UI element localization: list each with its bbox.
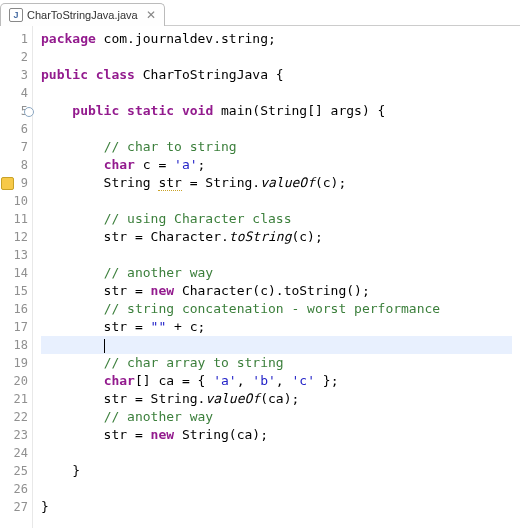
token-static: toString	[229, 229, 292, 244]
token-warnvar: str	[158, 175, 181, 191]
token-kw: public	[72, 103, 119, 118]
token-comment: // char to string	[104, 139, 237, 154]
token-plain	[174, 103, 182, 118]
token-plain: str = String.	[41, 391, 205, 406]
code-content[interactable]: package com.journaldev.string;public cla…	[33, 26, 520, 528]
code-line[interactable]: char c = 'a';	[41, 156, 512, 174]
line-number: 21	[2, 390, 28, 408]
code-line[interactable]	[41, 84, 512, 102]
token-plain	[41, 103, 72, 118]
text-caret	[104, 339, 105, 353]
line-number: 11	[2, 210, 28, 228]
token-plain: str = Character.	[41, 229, 229, 244]
line-number: 3	[2, 66, 28, 84]
token-plain	[41, 301, 104, 316]
token-kw: package	[41, 31, 96, 46]
token-plain: String(ca);	[174, 427, 268, 442]
token-plain: (ca);	[260, 391, 299, 406]
line-number: 2	[2, 48, 28, 66]
token-plain: CharToStringJava {	[135, 67, 284, 82]
line-number: 22	[2, 408, 28, 426]
code-line[interactable]	[41, 336, 512, 354]
token-kw: static	[127, 103, 174, 118]
line-number: 4	[2, 84, 28, 102]
code-line[interactable]: // using Character class	[41, 210, 512, 228]
token-plain: };	[315, 373, 338, 388]
line-number: 6	[2, 120, 28, 138]
token-static: valueOf	[260, 175, 315, 190]
token-plain: String	[41, 175, 158, 190]
token-string: 'a'	[174, 157, 197, 172]
token-kw: class	[96, 67, 135, 82]
token-plain	[119, 103, 127, 118]
code-line[interactable]: str = String.valueOf(ca);	[41, 390, 512, 408]
code-line[interactable]: // char to string	[41, 138, 512, 156]
code-line[interactable]: public static void main(String[] args) {	[41, 102, 512, 120]
line-number: 12	[2, 228, 28, 246]
code-line[interactable]: public class CharToStringJava {	[41, 66, 512, 84]
code-line[interactable]: package com.journaldev.string;	[41, 30, 512, 48]
code-line[interactable]: char[] ca = { 'a', 'b', 'c' };	[41, 372, 512, 390]
token-string: 'c'	[292, 373, 315, 388]
code-line[interactable]: // string concatenation - worst performa…	[41, 300, 512, 318]
code-line[interactable]	[41, 48, 512, 66]
token-plain: }	[41, 463, 80, 478]
line-number: 17	[2, 318, 28, 336]
line-number: 16	[2, 300, 28, 318]
token-plain	[41, 265, 104, 280]
code-line[interactable]	[41, 246, 512, 264]
editor-area[interactable]: 1234567891011121314151617181920212223242…	[0, 26, 520, 528]
token-plain	[41, 157, 104, 172]
token-comment: // another way	[104, 265, 214, 280]
code-line[interactable]: str = new String(ca);	[41, 426, 512, 444]
token-plain: ,	[276, 373, 292, 388]
token-plain: (c);	[291, 229, 322, 244]
editor-tab[interactable]: CharToStringJava.java ✕	[0, 3, 165, 26]
line-number: 10	[2, 192, 28, 210]
code-line[interactable]: // another way	[41, 408, 512, 426]
close-icon[interactable]: ✕	[146, 8, 156, 22]
line-number: 26	[2, 480, 28, 498]
token-string: 'a'	[213, 373, 236, 388]
line-number: 5	[2, 102, 28, 120]
token-kw: public	[41, 67, 88, 82]
line-number: 24	[2, 444, 28, 462]
code-line[interactable]	[41, 192, 512, 210]
line-number: 9	[2, 174, 28, 192]
code-line[interactable]: str = new Character(c).toString();	[41, 282, 512, 300]
token-plain: com.journaldev.string;	[96, 31, 276, 46]
code-line[interactable]: str = Character.toString(c);	[41, 228, 512, 246]
token-static: valueOf	[205, 391, 260, 406]
token-plain	[41, 409, 104, 424]
line-number: 1	[2, 30, 28, 48]
code-line[interactable]: String str = String.valueOf(c);	[41, 174, 512, 192]
line-number: 13	[2, 246, 28, 264]
code-line[interactable]: // another way	[41, 264, 512, 282]
token-plain: ,	[237, 373, 253, 388]
code-line[interactable]	[41, 120, 512, 138]
token-string: 'b'	[252, 373, 275, 388]
code-line[interactable]	[41, 444, 512, 462]
code-line[interactable]: // char array to string	[41, 354, 512, 372]
token-string: ""	[151, 319, 167, 334]
token-plain: c =	[135, 157, 174, 172]
code-line[interactable]	[41, 480, 512, 498]
token-comment: // using Character class	[104, 211, 292, 226]
code-line[interactable]: }	[41, 498, 512, 516]
java-file-icon	[9, 8, 23, 22]
token-plain: }	[41, 499, 49, 514]
token-plain: [] ca = {	[135, 373, 213, 388]
line-number: 27	[2, 498, 28, 516]
line-number: 15	[2, 282, 28, 300]
token-plain: (c);	[315, 175, 346, 190]
line-number: 14	[2, 264, 28, 282]
code-line[interactable]: }	[41, 462, 512, 480]
token-comment: // char array to string	[104, 355, 284, 370]
token-plain	[41, 355, 104, 370]
line-number: 19	[2, 354, 28, 372]
token-plain: Character(c).toString();	[174, 283, 370, 298]
token-plain: str =	[41, 427, 151, 442]
line-number: 8	[2, 156, 28, 174]
code-line[interactable]: str = "" + c;	[41, 318, 512, 336]
token-plain: str =	[41, 283, 151, 298]
